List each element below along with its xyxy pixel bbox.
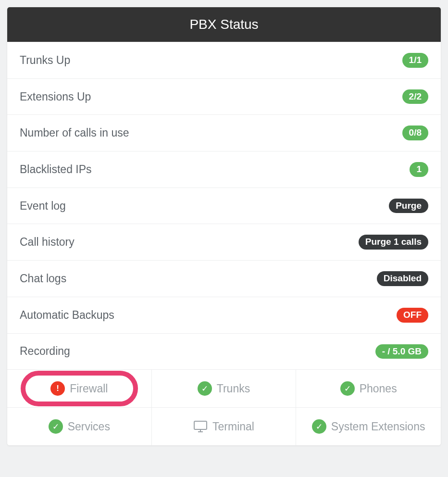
svg-rect-0: [194, 421, 207, 429]
row-recording[interactable]: Recording - / 5.0 GB: [7, 333, 441, 370]
tile-phones[interactable]: ✓ Phones: [296, 370, 441, 408]
row-label: Call history: [20, 236, 75, 249]
row-label: Event log: [20, 200, 66, 213]
row-label: Blacklisted IPs: [20, 163, 92, 176]
tile-label: Services: [68, 420, 110, 433]
row-trunks-up[interactable]: Trunks Up 1/1: [7, 42, 441, 78]
tile-label: System Extensions: [331, 420, 425, 433]
row-calls-in-use[interactable]: Number of calls in use 0/8: [7, 114, 441, 151]
row-label: Extensions Up: [20, 90, 91, 103]
check-icon: ✓: [198, 381, 212, 396]
row-chat-logs[interactable]: Chat logs Disabled: [7, 260, 441, 297]
panel-title: PBX Status: [7, 7, 441, 42]
badge-automatic-backups-off[interactable]: OFF: [397, 308, 428, 323]
badge-recording-usage: - / 5.0 GB: [375, 344, 428, 359]
badge-trunks-up: 1/1: [402, 53, 428, 68]
tile-trunks[interactable]: ✓ Trunks: [152, 370, 297, 408]
tile-label: Phones: [360, 382, 397, 395]
row-event-log[interactable]: Event log Purge: [7, 188, 441, 224]
check-icon: ✓: [340, 381, 355, 396]
tile-label: Firewall: [70, 382, 108, 395]
row-blacklisted-ips[interactable]: Blacklisted IPs 1: [7, 151, 441, 188]
row-extensions-up[interactable]: Extensions Up 2/2: [7, 78, 441, 115]
badge-blacklisted-ips: 1: [410, 162, 428, 177]
pbx-status-panel: PBX Status Trunks Up 1/1 Extensions Up 2…: [7, 7, 441, 446]
row-call-history[interactable]: Call history Purge 1 calls: [7, 224, 441, 260]
monitor-icon: [193, 419, 208, 434]
tile-system-extensions[interactable]: ✓ System Extensions: [296, 408, 441, 445]
tile-firewall[interactable]: ! Firewall: [7, 370, 152, 408]
row-label: Automatic Backups: [20, 309, 114, 322]
row-label: Number of calls in use: [20, 126, 129, 139]
alert-icon: !: [50, 381, 65, 396]
row-automatic-backups[interactable]: Automatic Backups OFF: [7, 297, 441, 333]
status-tiles: ! Firewall ✓ Trunks ✓ Phones ✓ Services: [7, 369, 441, 445]
tile-label: Terminal: [212, 420, 254, 433]
tile-services[interactable]: ✓ Services: [7, 408, 152, 445]
badge-calls-in-use: 0/8: [402, 126, 428, 140]
badge-extensions-up: 2/2: [402, 89, 428, 104]
row-label: Chat logs: [20, 272, 66, 285]
check-icon: ✓: [49, 419, 63, 434]
tile-label: Trunks: [217, 382, 250, 395]
check-icon: ✓: [312, 419, 326, 434]
tile-terminal[interactable]: Terminal: [152, 408, 297, 445]
badge-chat-logs-disabled: Disabled: [377, 271, 428, 286]
purge-event-log-button[interactable]: Purge: [389, 199, 428, 213]
row-label: Recording: [20, 345, 70, 358]
purge-call-history-button[interactable]: Purge 1 calls: [359, 235, 428, 250]
row-label: Trunks Up: [20, 54, 70, 67]
